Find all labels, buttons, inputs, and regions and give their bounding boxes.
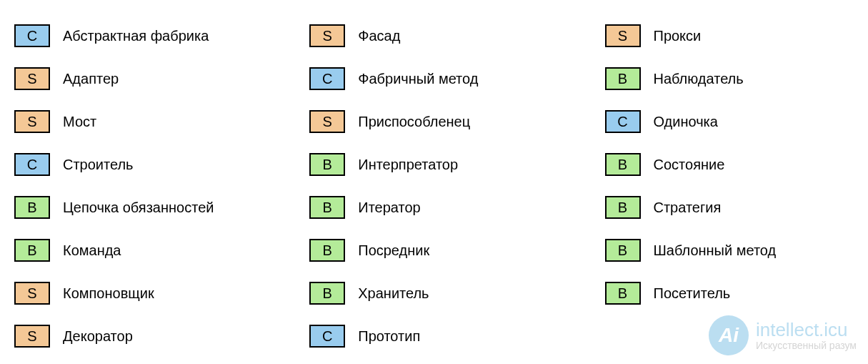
- pattern-row: C Строитель: [14, 143, 309, 186]
- pattern-label: Состояние: [654, 157, 725, 173]
- pattern-row: S Приспособленец: [309, 100, 604, 143]
- pattern-label: Посредник: [358, 242, 429, 259]
- column-1: C Абстрактная фабрика S Адаптер S Мост C…: [14, 14, 309, 358]
- type-badge: S: [14, 67, 50, 90]
- pattern-label: Декоратор: [63, 328, 133, 345]
- type-badge: C: [309, 325, 345, 348]
- type-badge: B: [14, 239, 50, 262]
- pattern-row: S Мост: [14, 100, 309, 143]
- pattern-row: B Цепочка обязанностей: [14, 186, 309, 229]
- pattern-label: Шаблонный метод: [654, 242, 777, 259]
- type-badge: S: [605, 24, 641, 47]
- pattern-label: Стратегия: [654, 200, 722, 216]
- type-badge: B: [309, 153, 345, 176]
- pattern-label: Компоновщик: [63, 285, 154, 302]
- pattern-columns: C Абстрактная фабрика S Адаптер S Мост C…: [0, 0, 868, 364]
- pattern-row: S Фасад: [309, 14, 604, 57]
- pattern-label: Адаптер: [63, 71, 119, 87]
- pattern-label: Интерпретатор: [358, 157, 458, 173]
- type-badge: B: [14, 196, 50, 219]
- pattern-label: Одиночка: [654, 114, 718, 130]
- pattern-label: Фабричный метод: [358, 71, 478, 87]
- pattern-row: B Хранитель: [309, 272, 604, 315]
- pattern-label: Команда: [63, 242, 121, 259]
- type-badge: C: [605, 110, 641, 133]
- type-badge: S: [309, 24, 345, 47]
- pattern-row: B Состояние: [605, 143, 861, 186]
- pattern-row: B Команда: [14, 229, 309, 272]
- pattern-label: Фасад: [358, 28, 400, 44]
- type-badge: B: [309, 196, 345, 219]
- type-badge: B: [605, 196, 641, 219]
- pattern-row: B Посетитель: [605, 272, 861, 315]
- pattern-label: Посетитель: [654, 285, 731, 302]
- pattern-row: B Интерпретатор: [309, 143, 604, 186]
- pattern-row: B Итератор: [309, 186, 604, 229]
- pattern-row: B Шаблонный метод: [605, 229, 861, 272]
- type-badge: S: [14, 282, 50, 305]
- type-badge: B: [605, 67, 641, 90]
- pattern-label: Абстрактная фабрика: [63, 28, 209, 44]
- pattern-row: S Адаптер: [14, 57, 309, 100]
- pattern-row: S Декоратор: [14, 315, 309, 358]
- pattern-label: Хранитель: [358, 285, 429, 302]
- type-badge: B: [605, 239, 641, 262]
- type-badge: B: [605, 282, 641, 305]
- type-badge: S: [14, 325, 50, 348]
- pattern-row: C Прототип: [309, 315, 604, 358]
- type-badge: S: [14, 110, 50, 133]
- pattern-label: Цепочка обязанностей: [63, 200, 214, 216]
- type-badge: B: [309, 282, 345, 305]
- pattern-label: Наблюдатель: [654, 71, 744, 87]
- type-badge: B: [309, 239, 345, 262]
- column-3: S Прокси B Наблюдатель C Одиночка B Сост…: [605, 14, 861, 358]
- pattern-label: Мост: [63, 114, 96, 130]
- pattern-row: C Одиночка: [605, 100, 861, 143]
- pattern-row: S Прокси: [605, 14, 861, 57]
- column-2: S Фасад C Фабричный метод S Приспособлен…: [309, 14, 604, 358]
- pattern-row: C Фабричный метод: [309, 57, 604, 100]
- pattern-label: Строитель: [63, 157, 134, 173]
- type-badge: C: [309, 67, 345, 90]
- pattern-label: Прототип: [358, 328, 420, 345]
- pattern-row: C Абстрактная фабрика: [14, 14, 309, 57]
- type-badge: B: [605, 153, 641, 176]
- type-badge: S: [309, 110, 345, 133]
- type-badge: C: [14, 153, 50, 176]
- pattern-row: B Наблюдатель: [605, 57, 861, 100]
- pattern-row: B Стратегия: [605, 186, 861, 229]
- pattern-label: Итератор: [358, 200, 420, 216]
- pattern-label: Приспособленец: [358, 114, 470, 130]
- pattern-label: Прокси: [654, 28, 702, 44]
- pattern-row: S Компоновщик: [14, 272, 309, 315]
- type-badge: C: [14, 24, 50, 47]
- pattern-row: B Посредник: [309, 229, 604, 272]
